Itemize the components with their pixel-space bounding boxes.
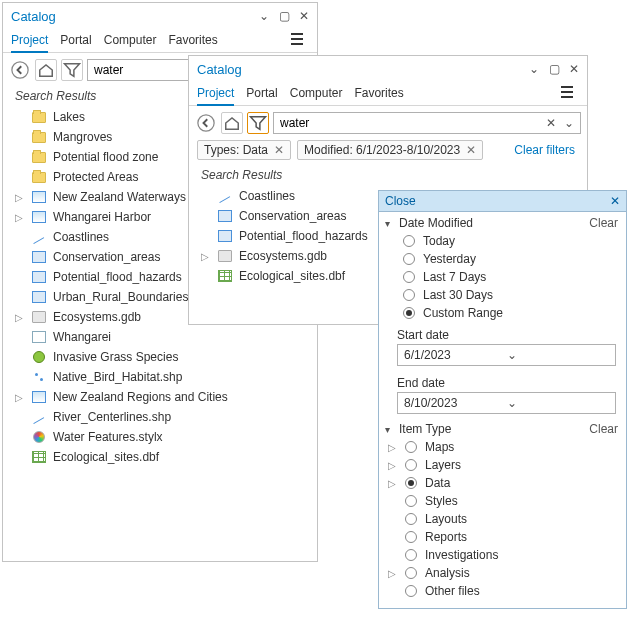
item-label: Potential_flood_hazards xyxy=(239,229,368,243)
line-icon xyxy=(217,188,233,204)
maximize-icon[interactable]: ▢ xyxy=(547,62,561,76)
radio-icon xyxy=(403,235,415,247)
clear-date-filter[interactable]: Clear xyxy=(589,216,618,230)
radio-last-7-days[interactable]: Last 7 Days xyxy=(379,268,626,286)
item-label: Ecosystems.gdb xyxy=(239,249,327,263)
radio-reports[interactable]: Reports xyxy=(379,528,626,546)
chip-remove-icon[interactable]: ✕ xyxy=(466,143,476,157)
tab-favorites[interactable]: Favorites xyxy=(354,84,403,105)
item-label: Conservation_areas xyxy=(239,209,346,223)
back-icon[interactable] xyxy=(9,59,31,81)
radio-icon xyxy=(403,253,415,265)
radio-investigations[interactable]: Investigations xyxy=(379,546,626,564)
expander-icon[interactable]: ▷ xyxy=(387,442,397,453)
radio-today[interactable]: Today xyxy=(379,232,626,250)
item-label: Urban_Rural_Boundaries xyxy=(53,290,188,304)
close-icon[interactable]: ✕ xyxy=(610,194,620,208)
radio-styles[interactable]: Styles xyxy=(379,492,626,510)
radio-icon xyxy=(403,289,415,301)
item-label: Water Features.stylx xyxy=(53,430,163,444)
tab-portal[interactable]: Portal xyxy=(246,84,277,105)
tab-favorites[interactable]: Favorites xyxy=(168,31,217,52)
radio-other-files[interactable]: Other files xyxy=(379,582,626,600)
radio-layouts[interactable]: Layouts xyxy=(379,510,626,528)
tree-item[interactable]: Ecological_sites.dbf xyxy=(7,447,313,467)
home-icon[interactable] xyxy=(35,59,57,81)
chevron-down-icon: ▾ xyxy=(385,218,395,229)
radio-custom-range[interactable]: Custom Range xyxy=(379,304,626,322)
tree-item[interactable]: Water Features.stylx xyxy=(7,427,313,447)
radio-data[interactable]: ▷Data xyxy=(379,474,626,492)
close-icon[interactable]: ✕ xyxy=(297,9,311,23)
tree-item[interactable]: ▷New Zealand Regions and Cities xyxy=(7,387,313,407)
tab-project[interactable]: Project xyxy=(11,31,48,52)
gdb-icon xyxy=(217,248,233,264)
filter-icon[interactable] xyxy=(61,59,83,81)
radio-last-30-days[interactable]: Last 30 Days xyxy=(379,286,626,304)
expander-icon[interactable]: ▷ xyxy=(387,460,397,471)
search-field[interactable] xyxy=(276,116,542,130)
tree-item[interactable]: Native_Bird_Habitat.shp xyxy=(7,367,313,387)
tab-computer[interactable]: Computer xyxy=(290,84,343,105)
filter-chip[interactable]: Types: Data✕ xyxy=(197,140,291,160)
item-label: Potential flood zone xyxy=(53,150,158,164)
bug-icon xyxy=(31,349,47,365)
tab-project[interactable]: Project xyxy=(197,84,234,105)
start-date-input[interactable]: 6/1/2023 ⌄ xyxy=(397,344,616,366)
close-icon[interactable]: ✕ xyxy=(567,62,581,76)
expander-icon[interactable]: ▷ xyxy=(387,478,397,489)
expander-icon[interactable]: ▷ xyxy=(387,568,397,579)
radio-maps[interactable]: ▷Maps xyxy=(379,438,626,456)
line-icon xyxy=(31,229,47,245)
item-label: Conservation_areas xyxy=(53,250,160,264)
radio-yesterday[interactable]: Yesterday xyxy=(379,250,626,268)
radio-icon xyxy=(405,567,417,579)
filter-chip[interactable]: Modified: 6/1/2023-8/10/2023✕ xyxy=(297,140,483,160)
expander-icon[interactable]: ▷ xyxy=(15,212,25,223)
tree-item[interactable]: Whangarei xyxy=(7,327,313,347)
map-icon xyxy=(31,389,47,405)
expander-icon[interactable]: ▷ xyxy=(15,312,25,323)
item-label: New Zealand Waterways xyxy=(53,190,186,204)
section-item-type[interactable]: ▾ Item Type Clear xyxy=(379,418,626,438)
radio-layers[interactable]: ▷Layers xyxy=(379,456,626,474)
home-icon[interactable] xyxy=(221,112,243,134)
folder-icon xyxy=(31,129,47,145)
expander-icon[interactable]: ▷ xyxy=(15,192,25,203)
clear-icon[interactable]: ✕ xyxy=(542,116,560,130)
menu-icon[interactable] xyxy=(289,31,309,52)
radio-analysis[interactable]: ▷Analysis xyxy=(379,564,626,582)
clear-filters-link[interactable]: Clear filters xyxy=(514,143,579,157)
back-icon[interactable] xyxy=(195,112,217,134)
dropdown-icon[interactable]: ⌄ xyxy=(527,62,541,76)
chevron-down-icon[interactable]: ⌄ xyxy=(507,396,610,410)
popup-close-label[interactable]: Close xyxy=(385,194,416,208)
end-date-input[interactable]: 8/10/2023 ⌄ xyxy=(397,392,616,414)
tab-portal[interactable]: Portal xyxy=(60,31,91,52)
chevron-down-icon[interactable]: ⌄ xyxy=(507,348,610,362)
tree-item[interactable]: River_Centerlines.shp xyxy=(7,407,313,427)
filter-chips: Types: Data✕Modified: 6/1/2023-8/10/2023… xyxy=(189,140,587,166)
chevron-down-icon: ▾ xyxy=(385,424,395,435)
radio-icon xyxy=(405,513,417,525)
dropdown-icon[interactable]: ⌄ xyxy=(257,9,271,23)
item-label: Protected Areas xyxy=(53,170,138,184)
section-date-modified[interactable]: ▾ Date Modified Clear xyxy=(379,212,626,232)
map-icon xyxy=(31,209,47,225)
clear-type-filter[interactable]: Clear xyxy=(589,422,618,436)
item-label: Whangarei Harbor xyxy=(53,210,151,224)
menu-icon[interactable] xyxy=(559,84,579,105)
maximize-icon[interactable]: ▢ xyxy=(277,9,291,23)
search-input[interactable]: ✕ ⌄ xyxy=(273,112,581,134)
chip-remove-icon[interactable]: ✕ xyxy=(274,143,284,157)
search-dropdown-icon[interactable]: ⌄ xyxy=(560,116,578,130)
expander-icon[interactable]: ▷ xyxy=(15,392,25,403)
item-label: Whangarei xyxy=(53,330,111,344)
filter-icon[interactable] xyxy=(247,112,269,134)
tree-item[interactable]: Invasive Grass Species xyxy=(7,347,313,367)
item-label: New Zealand Regions and Cities xyxy=(53,390,228,404)
tab-computer[interactable]: Computer xyxy=(104,31,157,52)
gdb-icon xyxy=(31,309,47,325)
expander-icon[interactable]: ▷ xyxy=(201,251,211,262)
tabs: ProjectPortalComputerFavorites xyxy=(3,27,317,53)
